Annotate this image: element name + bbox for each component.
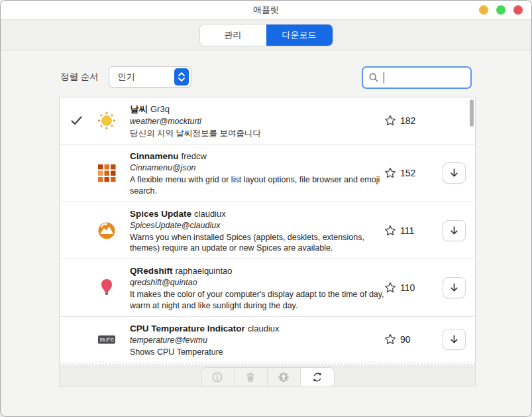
download-button[interactable] bbox=[443, 220, 466, 241]
sort-order-select[interactable]: 인기 bbox=[109, 66, 191, 88]
applet-uuid: qredshift@quintao bbox=[130, 278, 384, 287]
star-icon bbox=[384, 333, 396, 345]
applet-author: fredcw bbox=[182, 151, 207, 161]
tab-manage[interactable]: 관리 bbox=[200, 25, 266, 46]
rating: 110 bbox=[384, 282, 435, 294]
applet-author: Gr3q bbox=[150, 104, 170, 114]
svg-text:20.2°C: 20.2°C bbox=[99, 337, 113, 342]
download-arrow-icon bbox=[449, 168, 459, 178]
applet-name: Spices Update bbox=[130, 209, 191, 219]
applet-title-line: Cinnamenufredcw bbox=[130, 150, 384, 162]
download-button[interactable] bbox=[443, 162, 466, 184]
applet-icon bbox=[93, 164, 121, 182]
applet-name: 날씨 bbox=[130, 104, 148, 114]
close-button[interactable] bbox=[513, 5, 523, 15]
rating: 90 bbox=[384, 333, 435, 345]
star-icon bbox=[384, 115, 396, 127]
applet-name: QRedshift bbox=[130, 266, 173, 276]
uninstall-button[interactable] bbox=[235, 368, 268, 387]
download-button[interactable] bbox=[443, 329, 466, 350]
maximize-button[interactable] bbox=[496, 5, 505, 15]
star-icon bbox=[384, 167, 396, 179]
applet-uuid: SpicesUpdate@claudiux bbox=[130, 221, 384, 230]
trash-icon bbox=[244, 371, 256, 383]
search-input[interactable] bbox=[362, 66, 472, 89]
sort-order-value: 인기 bbox=[109, 71, 135, 83]
applet-text: QRedshiftraphaelquintao qredshift@quinta… bbox=[130, 265, 384, 311]
applet-author: claudiux bbox=[194, 209, 226, 219]
star-count: 111 bbox=[400, 225, 414, 236]
tab-group: 관리 다운로드 bbox=[200, 25, 333, 46]
action-toolbar bbox=[59, 367, 476, 387]
applet-name: Cinnamenu bbox=[130, 151, 179, 161]
tab-download[interactable]: 다운로드 bbox=[266, 25, 333, 46]
refresh-icon bbox=[311, 371, 323, 383]
applet-author: raphaelquintao bbox=[176, 266, 233, 276]
applet-author: claudiux bbox=[248, 324, 280, 333]
applet-row[interactable]: 날씨Gr3q weather@mockturtl 당신의 지역 날씨정보를 보여… bbox=[60, 97, 475, 145]
applet-icon: 20.2°C bbox=[93, 330, 121, 349]
applet-title-line: 날씨Gr3q bbox=[130, 103, 384, 115]
applet-title-line: CPU Temperature Indicatorclaudiux bbox=[130, 322, 384, 334]
applet-icon bbox=[93, 221, 121, 241]
window-controls bbox=[479, 5, 523, 15]
info-button[interactable] bbox=[201, 368, 235, 387]
star-icon bbox=[384, 225, 396, 237]
toolbar-button-group bbox=[201, 367, 335, 387]
scrollbar-thumb[interactable] bbox=[470, 99, 474, 127]
applet-description: Shows CPU Temperature bbox=[130, 347, 384, 357]
applet-row[interactable]: Cinnamenufredcw Cinnamenu@json A flexibl… bbox=[60, 145, 475, 202]
installed-check-icon bbox=[71, 116, 82, 125]
star-count: 152 bbox=[400, 168, 415, 178]
applet-description: Warns you when installed Spices (applets… bbox=[130, 232, 384, 254]
applet-row[interactable]: Radio++jonath92 radio@driglu4it A radio … bbox=[60, 363, 475, 365]
applet-icon bbox=[93, 278, 121, 298]
star-count: 110 bbox=[400, 282, 415, 293]
applet-uuid: weather@mockturtl bbox=[130, 117, 384, 126]
applet-row[interactable]: 20.2°C CPU Temperature Indicatorclaudiux… bbox=[60, 317, 475, 363]
applets-window: 애플릿 관리 다운로드 정렬 순서 인기 bbox=[0, 0, 532, 417]
sort-order-row: 정렬 순서 인기 bbox=[60, 66, 191, 88]
download-arrow-icon bbox=[449, 282, 459, 293]
applet-title-line: Spices Updateclaudiux bbox=[130, 208, 384, 219]
star-count: 182 bbox=[400, 115, 415, 126]
applet-uuid: temperature@fevimu bbox=[130, 335, 384, 345]
download-button[interactable] bbox=[443, 277, 466, 298]
applet-name: CPU Temperature Indicator bbox=[130, 324, 245, 333]
search-icon bbox=[368, 72, 379, 83]
titlebar: 애플릿 bbox=[1, 1, 531, 20]
applet-description: A flexible menu with grid or list layout… bbox=[130, 174, 384, 196]
applet-title-line: QRedshiftraphaelquintao bbox=[130, 265, 384, 276]
applet-text: Spices Updateclaudiux SpicesUpdate@claud… bbox=[130, 208, 384, 254]
applet-row[interactable]: QRedshiftraphaelquintao qredshift@quinta… bbox=[60, 259, 475, 317]
applet-description: 당신의 지역 날씨정보를 보여줍니다 bbox=[130, 128, 384, 139]
applet-text: CPU Temperature Indicatorclaudiux temper… bbox=[130, 322, 384, 357]
tab-strip: 관리 다운로드 bbox=[1, 20, 531, 50]
applet-text: 날씨Gr3q weather@mockturtl 당신의 지역 날씨정보를 보여… bbox=[130, 103, 384, 139]
update-button[interactable] bbox=[268, 368, 301, 387]
download-arrow-icon bbox=[449, 225, 459, 236]
refresh-button[interactable] bbox=[301, 368, 334, 387]
star-count: 90 bbox=[400, 334, 411, 345]
applet-description: It makes the color of your computer's di… bbox=[130, 289, 384, 311]
update-badge-icon bbox=[278, 371, 290, 383]
rating: 182 bbox=[384, 115, 435, 127]
applet-list: 날씨Gr3q weather@mockturtl 당신의 지역 날씨정보를 보여… bbox=[59, 97, 476, 365]
minimize-button[interactable] bbox=[479, 5, 488, 15]
rating: 152 bbox=[384, 167, 435, 179]
chevron-up-down-icon bbox=[174, 68, 189, 86]
applet-row[interactable]: Spices Updateclaudiux SpicesUpdate@claud… bbox=[60, 202, 475, 260]
sort-order-label: 정렬 순서 bbox=[60, 71, 99, 83]
text-cursor bbox=[384, 72, 384, 84]
download-arrow-icon bbox=[449, 334, 459, 345]
applet-text: Cinnamenufredcw Cinnamenu@json A flexibl… bbox=[130, 150, 384, 196]
applet-uuid: Cinnamenu@json bbox=[130, 163, 384, 172]
star-icon bbox=[384, 282, 396, 294]
rating: 111 bbox=[384, 225, 435, 237]
info-icon bbox=[211, 371, 223, 383]
window-title: 애플릿 bbox=[253, 4, 279, 16]
applet-icon bbox=[93, 111, 121, 131]
